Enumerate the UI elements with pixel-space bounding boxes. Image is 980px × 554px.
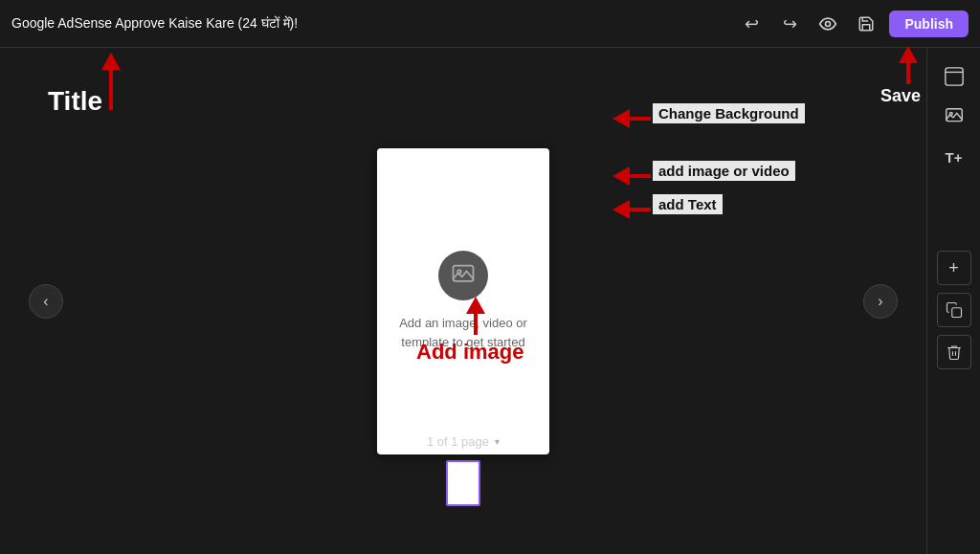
svg-rect-4 xyxy=(946,109,962,122)
slide-placeholder-icon xyxy=(438,251,488,300)
page-indicator[interactable]: 1 of 1 page ▾ xyxy=(427,434,500,449)
page-indicator-text: 1 of 1 page xyxy=(427,434,489,449)
header-actions: ↩ ↪ Publish xyxy=(736,9,969,39)
slide-placeholder-text: Add an image, video or template to get s… xyxy=(377,314,549,351)
preview-button[interactable] xyxy=(813,9,843,39)
save-button[interactable] xyxy=(851,9,881,39)
svg-point-0 xyxy=(826,21,831,26)
header: Google AdSense Approve Kaise Kare (24 घं… xyxy=(0,0,980,48)
right-sidebar: T+ + xyxy=(926,48,980,554)
plus-icon: + xyxy=(948,258,959,278)
page-chevron-icon: ▾ xyxy=(495,436,500,447)
next-slide-button[interactable]: › xyxy=(863,284,898,319)
add-slide-button[interactable]: + xyxy=(937,251,971,285)
delete-slide-button[interactable] xyxy=(937,335,971,369)
prev-slide-button[interactable]: ‹ xyxy=(29,284,63,319)
chevron-left-icon: ‹ xyxy=(43,293,48,310)
svg-point-2 xyxy=(457,270,461,274)
document-title: Google AdSense Approve Kaise Kare (24 घं… xyxy=(11,15,298,32)
chevron-right-icon: › xyxy=(878,293,882,310)
trash-icon xyxy=(946,343,963,361)
add-text-icon: T+ xyxy=(946,149,963,166)
main-area: ‹ Add an image, video or template to get… xyxy=(0,48,980,554)
copy-icon xyxy=(946,301,963,319)
page-thumb-1[interactable] xyxy=(446,460,480,506)
page-thumbnails xyxy=(446,460,480,506)
change-background-button[interactable] xyxy=(937,59,971,94)
svg-point-5 xyxy=(949,112,952,115)
publish-button[interactable]: Publish xyxy=(889,11,969,37)
duplicate-slide-button[interactable] xyxy=(937,293,971,327)
redo-button[interactable]: ↪ xyxy=(774,9,805,39)
canvas-area: ‹ Add an image, video or template to get… xyxy=(0,48,926,554)
slide-canvas: Add an image, video or template to get s… xyxy=(377,148,549,454)
svg-rect-6 xyxy=(951,308,961,318)
add-text-button[interactable]: T+ xyxy=(937,140,971,174)
undo-button[interactable]: ↩ xyxy=(736,9,767,39)
svg-rect-3 xyxy=(945,68,962,85)
add-media-button[interactable] xyxy=(937,100,971,134)
svg-rect-1 xyxy=(454,266,474,281)
